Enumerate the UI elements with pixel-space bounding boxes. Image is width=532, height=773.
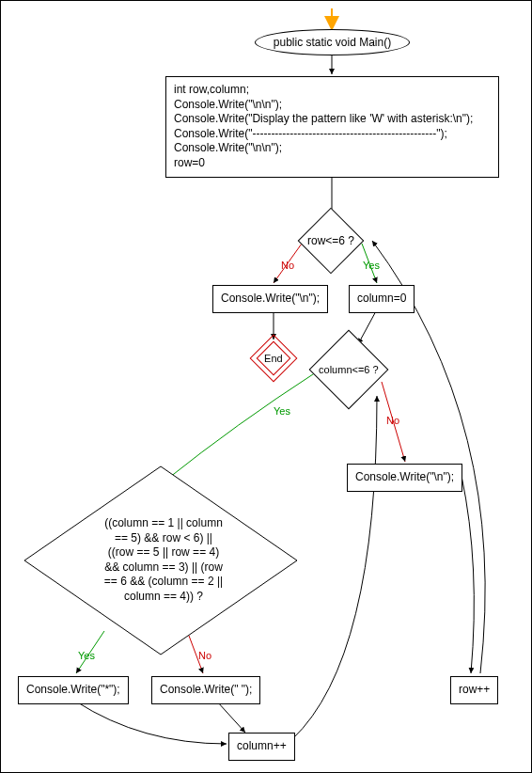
init-line-1: Console.Write("\n\n"); [174, 98, 491, 113]
cond-row-diamond: row<=6 ? [298, 208, 365, 275]
big-cond-line-0: ((column == 1 || column [84, 516, 243, 531]
entry-label: public static void Main() [274, 36, 391, 49]
svg-line-6 [358, 309, 377, 344]
init-line-4: Console.Write("\n\n"); [174, 141, 491, 156]
init-line-5: row=0 [174, 156, 491, 171]
init-line-0: int row,column; [174, 83, 491, 98]
big-cond-yes-label: Yes [78, 650, 95, 661]
cond-row-yes-label: Yes [363, 260, 380, 271]
col-inc-text: column++ [237, 739, 287, 752]
write-nl-right-text: Console.Write("\n"); [355, 470, 454, 483]
big-cond-line-2: ((row == 5 || row == 4) [84, 545, 243, 560]
col-init: column=0 [349, 285, 415, 313]
init-line-2: Console.Write("Display the pattern like … [174, 112, 491, 127]
init-block: int row,column; Console.Write("\n\n"); C… [165, 76, 499, 178]
write-space-text: Console.Write(" "); [160, 683, 252, 696]
entry-ellipse: public static void Main() [255, 29, 410, 55]
row-inc-text: row++ [459, 683, 490, 696]
write-nl-left-text: Console.Write("\n"); [221, 292, 320, 305]
row-inc: row++ [450, 676, 498, 704]
cond-col-no-label: No [386, 415, 399, 426]
big-cond-line-3: && column == 3) || (row [84, 560, 243, 576]
init-line-3: Console.Write("-------------------------… [174, 127, 491, 142]
col-init-text: column=0 [357, 292, 406, 305]
cond-col-text: column<=6 ? [319, 364, 379, 375]
flowchart-container: public static void Main() int row,column… [0, 0, 532, 773]
write-star-text: Console.Write("*"); [26, 683, 120, 696]
cond-col-yes-label: Yes [274, 405, 290, 417]
big-diamond-text: ((column == 1 || column == 5) && row < 6… [84, 516, 243, 605]
big-cond-line-5: column == 4)) ? [84, 590, 243, 605]
col-inc: column++ [228, 733, 295, 761]
write-star: Console.Write("*"); [18, 676, 129, 704]
big-cond-no-label: No [198, 650, 211, 661]
write-nl-left: Console.Write("\n"); [212, 285, 328, 313]
cond-row-no-label: No [281, 260, 294, 271]
write-space: Console.Write(" "); [151, 676, 260, 704]
end-text: End [264, 353, 283, 364]
big-cond-line-1: == 5) && row < 6) || [84, 531, 243, 546]
cond-row-text: row<=6 ? [307, 234, 354, 247]
big-cond-line-4: == 6 && (column == 2 || [84, 575, 243, 590]
svg-line-10 [217, 702, 245, 733]
cond-col-diamond: column<=6 ? [309, 330, 389, 410]
write-nl-right: Console.Write("\n"); [347, 464, 462, 492]
